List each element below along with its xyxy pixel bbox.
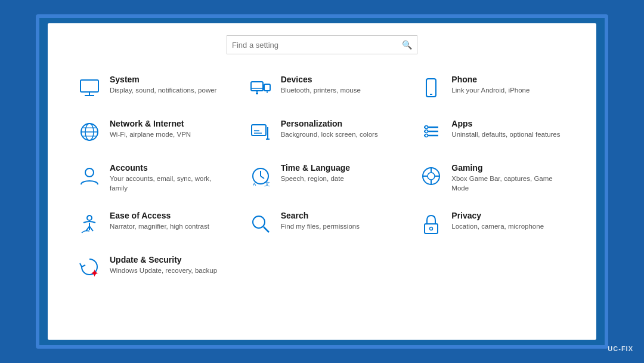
svg-line-30 <box>261 176 264 179</box>
time-desc: Speech, region, date <box>281 174 350 183</box>
update-title: Update & Security <box>110 255 217 264</box>
network-icon <box>76 119 103 145</box>
settings-item-accounts[interactable]: Accounts Your accounts, email, sync, wor… <box>72 157 231 199</box>
search-icon <box>247 211 274 237</box>
update-text: Update & Security Windows Update, recove… <box>110 255 217 275</box>
search-title: Search <box>281 211 360 220</box>
devices-text: Devices Bluetooth, printers, mouse <box>281 75 361 95</box>
system-desc: Display, sound, notifications, power <box>110 85 216 95</box>
svg-rect-4 <box>264 84 270 91</box>
gaming-desc: Xbox Game Bar, captures, Game Mode <box>451 174 568 193</box>
svg-rect-3 <box>251 82 263 91</box>
gaming-icon <box>418 163 444 189</box>
time-icon: A 文 <box>247 163 274 189</box>
personalization-icon <box>247 119 274 145</box>
settings-grid: System Display, sound, notifications, po… <box>72 69 572 287</box>
devices-title: Devices <box>281 75 361 84</box>
network-desc: Wi-Fi, airplane mode, VPN <box>110 130 191 139</box>
settings-item-devices[interactable]: Devices Bluetooth, printers, mouse <box>243 69 402 107</box>
phone-title: Phone <box>451 75 530 84</box>
gaming-text: Gaming Xbox Game Bar, captures, Game Mod… <box>451 163 568 193</box>
settings-item-time[interactable]: A 文 Time & Language Speech, region, date <box>243 157 402 199</box>
update-icon: ✦ <box>76 255 103 281</box>
privacy-title: Privacy <box>451 211 544 220</box>
personalization-title: Personalization <box>281 119 378 128</box>
watermark: UC-FIX <box>608 345 633 352</box>
svg-point-25 <box>425 130 428 133</box>
network-title: Network & Internet <box>110 119 191 128</box>
outer-border: 🔍 System Display, sound, notifications, … <box>36 14 608 349</box>
settings-item-apps[interactable]: Apps Uninstall, defaults, optional featu… <box>413 113 572 151</box>
settings-item-gaming[interactable]: Gaming Xbox Game Bar, captures, Game Mod… <box>413 157 572 199</box>
accounts-icon <box>76 163 103 189</box>
personalization-text: Personalization Background, lock screen,… <box>281 119 378 139</box>
accounts-title: Accounts <box>110 163 226 173</box>
time-title: Time & Language <box>281 163 350 173</box>
svg-rect-16 <box>252 125 266 136</box>
apps-icon <box>418 119 444 145</box>
privacy-icon <box>418 211 444 237</box>
search-icon: 🔍 <box>402 40 412 50</box>
svg-text:A: A <box>253 182 256 187</box>
time-text: Time & Language Speech, region, date <box>281 163 350 183</box>
svg-point-34 <box>428 173 435 180</box>
apps-title: Apps <box>451 119 560 128</box>
system-text: System Display, sound, notifications, po… <box>110 75 216 95</box>
accounts-desc: Your accounts, email, sync, work, family <box>110 174 226 193</box>
ease-desc: Narrator, magnifier, high contrast <box>110 222 209 231</box>
system-icon <box>76 75 103 101</box>
phone-icon <box>418 75 444 101</box>
settings-item-phone[interactable]: Phone Link your Android, iPhone <box>413 69 572 107</box>
search-desc: Find my files, permissions <box>281 222 360 231</box>
ease-text: Ease of Access Narrator, magnifier, high… <box>110 211 209 231</box>
svg-point-46 <box>430 227 433 230</box>
svg-point-24 <box>425 126 428 129</box>
personalization-desc: Background, lock screen, colors <box>281 130 378 139</box>
update-alert-star: ✦ <box>90 268 99 279</box>
update-desc: Windows Update, recovery, backup <box>110 266 217 275</box>
search-text: Search Find my files, permissions <box>281 211 360 231</box>
devices-desc: Bluetooth, printers, mouse <box>281 85 361 95</box>
apps-desc: Uninstall, defaults, optional features <box>451 130 560 139</box>
phone-text: Phone Link your Android, iPhone <box>451 75 530 95</box>
phone-desc: Link your Android, iPhone <box>451 85 530 95</box>
settings-item-privacy[interactable]: Privacy Location, camera, microphone <box>413 205 572 243</box>
svg-rect-45 <box>425 224 438 233</box>
settings-item-search[interactable]: Search Find my files, permissions <box>243 205 402 243</box>
svg-rect-0 <box>80 80 98 92</box>
svg-point-27 <box>85 168 94 177</box>
devices-icon <box>247 75 274 101</box>
settings-item-personalization[interactable]: Personalization Background, lock screen,… <box>243 113 402 151</box>
svg-point-39 <box>87 216 92 220</box>
settings-item-update[interactable]: ✦ Update & Security Windows Update, reco… <box>72 249 231 287</box>
settings-window: 🔍 System Display, sound, notifications, … <box>48 23 596 340</box>
svg-point-43 <box>253 216 265 228</box>
privacy-desc: Location, camera, microphone <box>451 222 544 231</box>
gaming-title: Gaming <box>451 163 568 173</box>
ease-title: Ease of Access <box>110 211 209 220</box>
settings-item-network[interactable]: Network & Internet Wi-Fi, airplane mode,… <box>72 113 231 151</box>
ease-icon <box>76 211 103 237</box>
search-bar[interactable]: 🔍 <box>227 35 417 54</box>
search-bar-container: 🔍 <box>227 35 417 54</box>
system-title: System <box>110 75 216 84</box>
search-input[interactable] <box>232 41 402 50</box>
svg-point-26 <box>425 134 428 137</box>
svg-text:文: 文 <box>264 180 270 187</box>
settings-item-ease[interactable]: Ease of Access Narrator, magnifier, high… <box>72 205 231 243</box>
accounts-text: Accounts Your accounts, email, sync, wor… <box>110 163 226 193</box>
apps-text: Apps Uninstall, defaults, optional featu… <box>451 119 560 139</box>
settings-item-system[interactable]: System Display, sound, notifications, po… <box>72 69 231 107</box>
svg-line-44 <box>264 227 269 232</box>
privacy-text: Privacy Location, camera, microphone <box>451 211 544 231</box>
network-text: Network & Internet Wi-Fi, airplane mode,… <box>110 119 191 139</box>
